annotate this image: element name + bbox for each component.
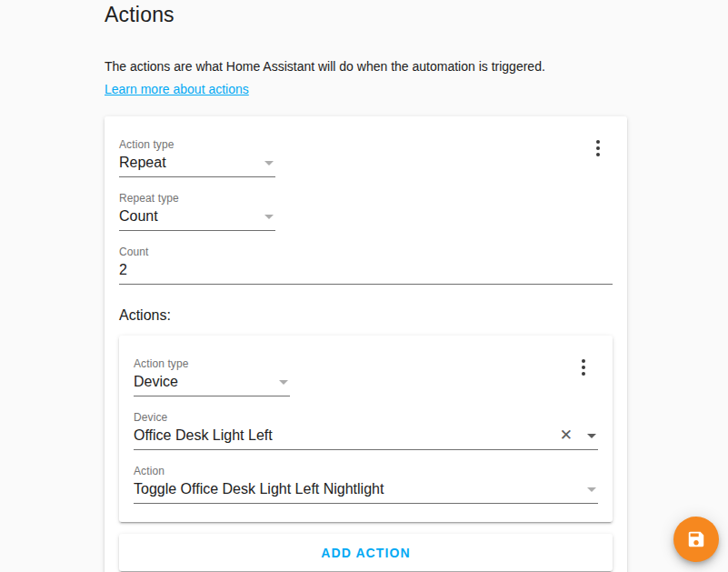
- chevron-down-icon[interactable]: [587, 487, 596, 492]
- learn-more-link[interactable]: Learn more about actions: [105, 82, 249, 96]
- overflow-menu-button[interactable]: [589, 138, 607, 158]
- repeat-type-select[interactable]: Count: [119, 207, 275, 231]
- count-label: Count: [119, 246, 613, 258]
- chevron-down-icon[interactable]: [587, 434, 596, 438]
- kebab-menu-icon: [582, 359, 585, 376]
- action-type-label: Action type: [119, 138, 275, 151]
- page-title: Actions: [105, 3, 627, 27]
- action-type-field: Action type Device: [134, 357, 290, 396]
- chevron-down-icon[interactable]: [279, 380, 288, 385]
- save-button[interactable]: [673, 517, 719, 562]
- save-icon: [686, 529, 706, 549]
- action-type-value: Device: [134, 373, 272, 390]
- action-type-label: Action type: [134, 357, 290, 370]
- device-action-combobox[interactable]: Toggle Office Desk Light Left Nightlight: [134, 480, 598, 504]
- chevron-down-icon[interactable]: [264, 215, 274, 219]
- actions-description: The actions are what Home Assistant will…: [105, 57, 627, 75]
- device-label: Device: [134, 411, 598, 424]
- device-action-field: Action Toggle Office Desk Light Left Nig…: [134, 465, 598, 504]
- repeat-type-value: Count: [119, 207, 257, 225]
- count-field: Count 2: [119, 246, 613, 285]
- repeat-type-label: Repeat type: [119, 192, 275, 205]
- automation-editor-actions-page: Actions The actions are what Home Assist…: [0, 0, 728, 572]
- actions-section-label: Actions:: [119, 306, 613, 325]
- device-value: Office Desk Light Left: [134, 426, 553, 444]
- add-action-button[interactable]: ADD ACTION: [119, 534, 613, 571]
- device-combobox[interactable]: Office Desk Light Left ✕: [134, 426, 598, 450]
- clear-icon[interactable]: ✕: [560, 427, 573, 443]
- overflow-menu-button[interactable]: [574, 357, 593, 377]
- repeat-action-card: Action type Repeat Repeat type Count Cou…: [105, 116, 627, 572]
- chevron-down-icon[interactable]: [264, 161, 274, 166]
- count-input[interactable]: 2: [119, 261, 613, 285]
- device-field: Device Office Desk Light Left ✕: [134, 411, 598, 450]
- action-type-value: Repeat: [119, 154, 257, 171]
- action-type-select[interactable]: Device: [134, 373, 290, 396]
- action-type-select[interactable]: Repeat: [119, 154, 275, 177]
- device-action-value: Toggle Office Desk Light Left Nightlight: [134, 480, 580, 497]
- count-value: 2: [119, 261, 613, 278]
- kebab-menu-icon: [596, 140, 600, 156]
- device-action-card: Action type Device Device Office Desk Li…: [119, 336, 613, 522]
- device-action-label: Action: [134, 465, 598, 477]
- action-type-field: Action type Repeat: [119, 138, 275, 177]
- actions-intro: Actions The actions are what Home Assist…: [0, 0, 627, 97]
- add-action-label: ADD ACTION: [321, 546, 410, 560]
- repeat-type-field: Repeat type Count: [119, 192, 275, 231]
